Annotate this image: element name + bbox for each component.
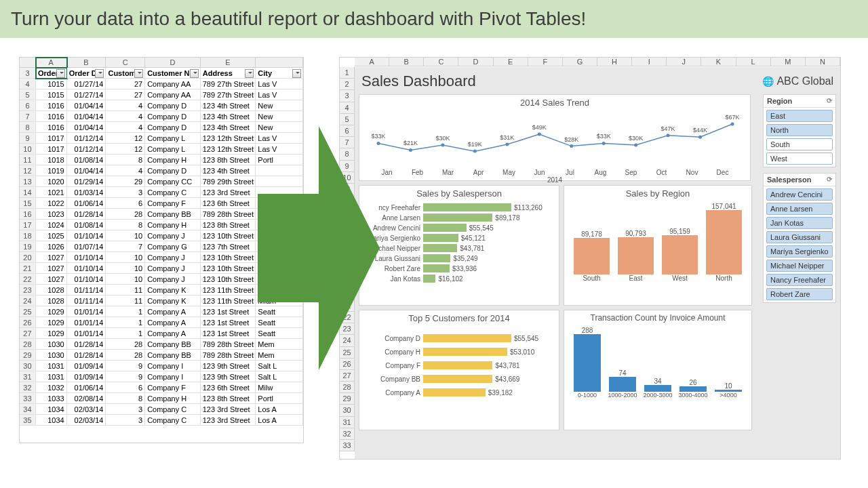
slicer-item[interactable]: South bbox=[766, 138, 833, 150]
svg-point-4 bbox=[409, 148, 412, 152]
slicer-item[interactable]: Mariya Sergienko bbox=[766, 245, 833, 258]
svg-point-20 bbox=[667, 134, 670, 137]
svg-text:$67K: $67K bbox=[725, 114, 739, 121]
slicer-item[interactable]: Anne Larsen bbox=[766, 203, 833, 215]
svg-point-12 bbox=[538, 133, 541, 136]
svg-text:$33K: $33K bbox=[597, 133, 611, 140]
svg-point-22 bbox=[698, 136, 702, 139]
slicer-item[interactable]: West bbox=[766, 152, 833, 165]
svg-point-24 bbox=[731, 123, 734, 126]
slicer-item[interactable]: Michael Neipper bbox=[766, 260, 833, 272]
salesperson-slicer[interactable]: Salesperson Andrew CenciniAnne LarsenJan… bbox=[763, 173, 836, 303]
top-customers-chart[interactable]: Top 5 Customers for 2014 Company D$55,54… bbox=[359, 310, 559, 430]
sales-by-person-chart[interactable]: Sales by Salesperson ncy Freehafer$113,2… bbox=[359, 185, 559, 306]
svg-text:$44K: $44K bbox=[693, 127, 707, 134]
svg-point-14 bbox=[570, 144, 573, 148]
slicer-item[interactable]: Robert Zare bbox=[766, 288, 833, 300]
slicer-item[interactable]: Laura Giussani bbox=[766, 231, 833, 243]
table-row[interactable]: 6101601/04/144Company D123 4th StreetNew bbox=[20, 100, 303, 111]
filter-header[interactable]: Customer bbox=[106, 68, 145, 79]
region-slicer[interactable]: Region EastNorthSouthWest bbox=[763, 94, 836, 167]
svg-point-10 bbox=[505, 143, 509, 146]
slicer-item[interactable]: Nancy Freehafer bbox=[766, 274, 833, 286]
filter-header[interactable]: Customer Nan bbox=[145, 68, 201, 79]
sales-trend-chart[interactable]: 2014 Sales Trend $33K$21K$30K$19K$31K$49… bbox=[359, 94, 751, 181]
filter-header[interactable]: Order bbox=[36, 68, 67, 79]
svg-text:$30K: $30K bbox=[629, 135, 643, 142]
svg-text:$21K: $21K bbox=[403, 140, 418, 146]
svg-text:$47K: $47K bbox=[661, 125, 675, 132]
slicer-item[interactable]: Jan Kotas bbox=[766, 217, 833, 229]
svg-text:$28K: $28K bbox=[564, 136, 578, 143]
svg-point-16 bbox=[602, 142, 606, 145]
table-row[interactable]: 35103402/03/143Company C123 3rd StreetLo… bbox=[20, 415, 303, 426]
banner: Turn your data into a beautiful report o… bbox=[0, 0, 868, 38]
sales-by-region-chart[interactable]: Sales by Region 89,17890,79395,159157,04… bbox=[564, 185, 752, 306]
filter-header[interactable]: Order Da bbox=[67, 68, 106, 79]
transformation-arrow bbox=[258, 126, 380, 370]
svg-text:$49K: $49K bbox=[532, 124, 547, 131]
slicer-item[interactable]: North bbox=[766, 124, 833, 136]
table-row[interactable]: 34103402/03/143Company C123 3rd StreetLo… bbox=[20, 404, 303, 415]
brand-logo: ABC Global bbox=[762, 75, 833, 87]
filter-header[interactable]: Address bbox=[201, 68, 256, 79]
svg-text:$30K: $30K bbox=[435, 135, 450, 142]
slicer-item[interactable]: East bbox=[766, 110, 833, 122]
filter-header[interactable]: City bbox=[256, 68, 303, 79]
table-row[interactable]: 5101501/27/1427Company AA789 27th Street… bbox=[20, 89, 303, 100]
dashboard-title: Sales Dashboard bbox=[361, 73, 476, 90]
svg-point-6 bbox=[441, 143, 444, 146]
slicer-item[interactable]: Andrew Cencini bbox=[766, 188, 833, 201]
svg-text:$31K: $31K bbox=[500, 134, 514, 141]
svg-point-18 bbox=[634, 143, 637, 146]
table-row[interactable]: 31103101/09/149Company I123 9th StreetSa… bbox=[20, 371, 303, 382]
table-row[interactable]: 32103201/06/146Company F123 6th StreetMi… bbox=[20, 382, 303, 393]
svg-text:$19K: $19K bbox=[468, 141, 482, 148]
table-row[interactable]: 4101501/27/1427Company AA789 27th Street… bbox=[20, 79, 303, 89]
table-row[interactable]: 33103302/08/148Company H123 8th StreetPo… bbox=[20, 393, 303, 404]
svg-point-8 bbox=[473, 150, 477, 153]
svg-marker-0 bbox=[258, 126, 380, 370]
table-row[interactable]: 7101601/04/144Company D123 4th StreetNew bbox=[20, 111, 303, 122]
transaction-count-chart[interactable]: Transaction Count by Invoice Amount 2887… bbox=[564, 310, 752, 430]
dashboard-sheet[interactable]: ABCDEFGHIJKLMN 1234567891011121314151617… bbox=[339, 57, 841, 460]
